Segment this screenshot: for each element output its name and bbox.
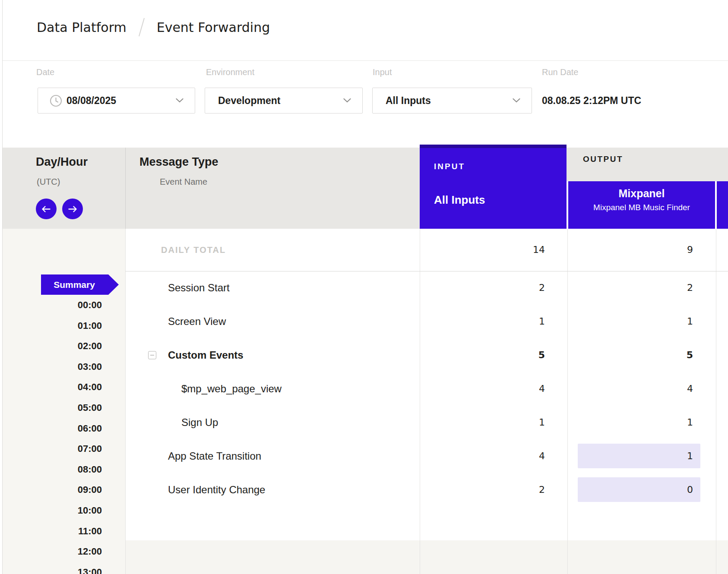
arrow-right-icon — [67, 205, 78, 213]
date-dropdown-value: 08/08/2025 — [66, 95, 116, 107]
time-row[interactable]: 01:00 — [0, 320, 102, 332]
time-row[interactable]: 13:00 — [0, 566, 102, 574]
environment-filter-label: Environment — [206, 67, 254, 77]
time-row[interactable]: 02:00 — [0, 340, 102, 352]
mixpanel-column-header[interactable]: Mixpanel Mixpanel MB Music Finder — [567, 181, 715, 229]
table-row: Screen View 1 1 — [0, 305, 728, 338]
output-value: 2 — [687, 271, 693, 305]
chevron-down-icon — [343, 98, 351, 103]
daily-total-output-value: 9 — [687, 229, 693, 271]
breadcrumb-page-title: Event Forwarding — [157, 20, 270, 35]
row-label: Custom Events — [168, 338, 244, 372]
breadcrumb-separator-icon — [139, 18, 145, 37]
input-value: 1 — [539, 305, 545, 338]
time-row[interactable]: 10:00 — [0, 505, 102, 517]
top-bar: Data Platform Event Forwarding — [3, 0, 728, 60]
time-row[interactable]: 05:00 — [0, 402, 102, 414]
time-row[interactable]: 07:00 — [0, 443, 102, 455]
row-label: $mp_web_page_view — [181, 372, 282, 406]
input-filter-label: Input — [373, 67, 392, 77]
input-group-label: INPUT — [434, 162, 465, 171]
row-label: Screen View — [168, 305, 226, 338]
output-value: 1 — [687, 305, 693, 338]
input-value: 4 — [539, 439, 545, 473]
breadcrumb-section[interactable]: Data Platform — [37, 20, 127, 35]
input-value: 2 — [539, 271, 545, 305]
daily-total-row: DAILY TOTAL 14 9 — [125, 229, 728, 271]
time-row[interactable]: 12:00 — [0, 546, 102, 558]
table-row: $mp_web_page_view 4 4 — [0, 372, 728, 406]
input-dropdown-value: All Inputs — [386, 95, 431, 107]
output-value: 1 — [687, 439, 693, 473]
input-column-header[interactable]: INPUT All Inputs — [420, 145, 567, 229]
input-value: 2 — [539, 473, 545, 507]
mixpanel-column-title: Mixpanel — [568, 187, 715, 200]
clock-icon — [50, 95, 62, 107]
row-label: Session Start — [168, 271, 230, 305]
next-day-button[interactable] — [62, 199, 83, 219]
time-row[interactable]: 11:00 — [0, 525, 102, 537]
output-value: 5 — [687, 338, 693, 372]
input-dropdown[interactable]: All Inputs — [372, 88, 532, 114]
next-output-column-partial — [715, 181, 728, 229]
output-group-label: OUTPUT — [583, 155, 623, 164]
all-inputs-column-title: All Inputs — [434, 193, 485, 207]
output-value: 1 — [687, 406, 693, 439]
time-row[interactable]: 09:00 — [0, 484, 102, 496]
date-dropdown[interactable]: 08/08/2025 — [38, 88, 195, 114]
run-date-label: Run Date — [542, 67, 579, 77]
environment-dropdown[interactable]: Development — [205, 88, 363, 114]
row-label: Sign Up — [181, 406, 218, 439]
output-value: 0 — [687, 473, 693, 507]
event-forwarding-page: Data Platform Event Forwarding Date Envi… — [0, 0, 728, 574]
environment-dropdown-value: Development — [218, 95, 280, 107]
table-row: User Identity Change 2 0 — [0, 473, 728, 507]
time-row[interactable]: 03:00 — [0, 361, 102, 373]
row-label: App State Transition — [168, 439, 261, 473]
row-label: User Identity Change — [168, 473, 265, 507]
mixpanel-column-subtitle: Mixpanel MB Music Finder — [568, 203, 715, 212]
input-value: 4 — [539, 372, 545, 406]
collapse-toggle-icon[interactable] — [148, 351, 156, 360]
time-row[interactable]: 08:00 — [0, 464, 102, 476]
chevron-down-icon — [513, 98, 520, 103]
daily-total-input-value: 14 — [533, 229, 545, 271]
run-date-value: 08.08.25 2:12PM UTC — [542, 88, 641, 114]
time-row[interactable]: 04:00 — [0, 381, 102, 393]
table-row: Custom Events 5 5 — [0, 338, 728, 372]
message-type-header: Message Type — [139, 155, 218, 169]
input-value: 1 — [539, 406, 545, 439]
top-bar-divider — [3, 60, 728, 61]
daily-total-label: DAILY TOTAL — [161, 229, 226, 271]
breadcrumb: Data Platform Event Forwarding — [37, 16, 270, 38]
time-row[interactable]: 00:00 — [0, 299, 102, 311]
time-row[interactable]: 06:00 — [0, 423, 102, 435]
date-filter-label: Date — [36, 67, 54, 77]
table-row: Sign Up 1 1 — [0, 406, 728, 439]
previous-day-button[interactable] — [36, 199, 57, 219]
event-name-subtitle: Event Name — [160, 177, 207, 187]
output-highlight-cell — [578, 477, 700, 502]
table-footer-band — [125, 540, 728, 574]
table-row: App State Transition 4 1 — [0, 439, 728, 473]
day-hour-header: Day/Hour — [36, 155, 88, 169]
chevron-down-icon — [176, 98, 184, 103]
output-highlight-cell — [578, 444, 700, 468]
input-value: 5 — [538, 338, 545, 372]
summary-badge[interactable]: Summary — [41, 274, 119, 295]
arrow-left-icon — [41, 205, 51, 213]
output-value: 4 — [687, 372, 693, 406]
day-hour-subtitle: (UTC) — [37, 177, 60, 187]
